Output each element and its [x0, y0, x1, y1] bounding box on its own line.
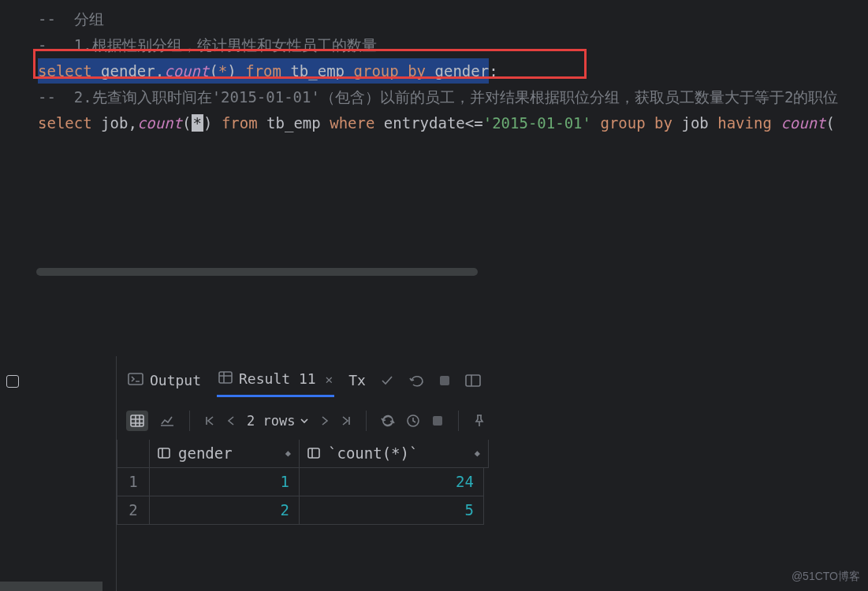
tab-output[interactable]: Output: [126, 366, 203, 396]
pin-icon[interactable]: [473, 414, 486, 428]
cell-count[interactable]: 5: [300, 496, 484, 525]
next-page-icon[interactable]: [320, 415, 330, 426]
stop-icon[interactable]: [438, 374, 451, 387]
row-count-label: 2 rows: [247, 410, 295, 433]
commit-check-icon[interactable]: [380, 374, 394, 388]
tab-output-label: Output: [150, 369, 201, 393]
grid-view-icon[interactable]: [126, 411, 148, 431]
result-table: gender◆ `count(*)`◆ 1 1 24 2 2 5: [117, 440, 489, 525]
svg-rect-0: [129, 374, 143, 385]
column-header-count[interactable]: `count(*)`◆: [300, 440, 489, 468]
chart-view-icon[interactable]: [159, 414, 175, 427]
cell-count[interactable]: 24: [300, 468, 484, 496]
tx-label[interactable]: Tx: [348, 369, 366, 393]
row-number: 2: [117, 496, 150, 525]
tab-result[interactable]: Result 11 ✕: [217, 364, 334, 397]
svg-rect-7: [158, 448, 170, 458]
cell-gender[interactable]: 2: [150, 496, 300, 525]
cell-gender[interactable]: 1: [150, 468, 300, 496]
last-page-icon[interactable]: [341, 415, 352, 426]
history-clock-icon[interactable]: [406, 414, 420, 428]
sort-icon[interactable]: ◆: [475, 445, 480, 461]
results-panel: Output Result 11 ✕ Tx 2 rows: [0, 356, 868, 591]
svg-rect-4: [131, 415, 143, 426]
sql-statement-1: select gender,count(*) from tb_emp group…: [36, 58, 868, 84]
panel-gutter-icon[interactable]: [6, 375, 19, 388]
comment-line: -- 分组: [38, 10, 104, 28]
svg-rect-3: [466, 375, 480, 386]
svg-rect-6: [433, 416, 442, 426]
sql-editor[interactable]: -- 分组 - 1.根据性别分组，统计男性和女性员工的数量 select gen…: [0, 0, 868, 280]
row-count-dropdown[interactable]: 2 rows: [247, 410, 309, 433]
prev-page-icon[interactable]: [226, 415, 236, 426]
column-icon: [158, 440, 170, 466]
row-number-header[interactable]: [117, 440, 150, 468]
result-tabs: Output Result 11 ✕ Tx: [126, 362, 481, 399]
first-page-icon[interactable]: [204, 415, 215, 426]
row-number: 1: [117, 468, 150, 496]
separator: [458, 411, 459, 431]
table-row[interactable]: 1 1 24: [117, 468, 489, 496]
horizontal-scrollbar[interactable]: [36, 268, 478, 276]
column-icon: [307, 440, 320, 466]
column-label: `count(*)`: [328, 440, 418, 466]
panel-left-gutter: [0, 356, 117, 591]
refresh-icon[interactable]: [381, 414, 395, 428]
stop-icon[interactable]: [431, 414, 444, 427]
comment-line: - 1.根据性别分组，统计男性和女性员工的数量: [38, 36, 377, 54]
svg-rect-8: [308, 448, 319, 458]
console-icon: [128, 369, 143, 393]
table-header-row: gender◆ `count(*)`◆: [117, 440, 489, 468]
layout-split-icon[interactable]: [465, 374, 481, 387]
separator: [366, 411, 367, 431]
column-header-gender[interactable]: gender◆: [150, 440, 300, 468]
horizontal-scrollbar[interactable]: [0, 582, 102, 591]
separator: [189, 411, 190, 431]
watermark: @51CTO博客: [792, 567, 860, 586]
close-icon[interactable]: ✕: [326, 369, 333, 390]
svg-rect-1: [219, 372, 232, 383]
tab-result-label: Result 11: [239, 367, 316, 392]
rollback-undo-icon[interactable]: [408, 374, 424, 388]
comment-line: -- 2.先查询入职时间在'2015-01-01'（包含）以前的员工，并对结果根…: [38, 88, 838, 106]
column-label: gender: [178, 440, 233, 466]
svg-rect-2: [440, 376, 449, 385]
sql-statement-2: select job,count(*) from tb_emp where en…: [36, 110, 868, 136]
table-row[interactable]: 2 2 5: [117, 496, 489, 525]
sort-icon[interactable]: ◆: [285, 445, 291, 461]
grid-icon: [218, 367, 233, 392]
chevron-down-icon: [300, 417, 309, 425]
result-toolbar: 2 rows: [126, 403, 486, 438]
